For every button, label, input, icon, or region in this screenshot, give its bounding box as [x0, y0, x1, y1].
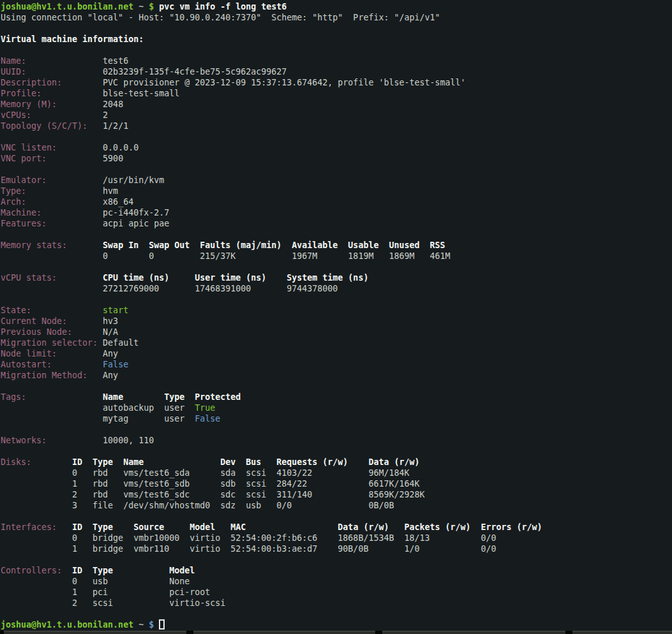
- terminal-text: N/A: [103, 327, 118, 337]
- terminal-line: Memory stats: Swap In Swap Out Faults (m…: [1, 240, 672, 251]
- terminal-text-bold: Virtual machine information:: [1, 34, 144, 44]
- field-label: Topology (S/C/T):: [1, 121, 103, 131]
- terminal-line: Tags: Name Type Protected: [1, 392, 672, 402]
- taskbar-button-edge: [4, 631, 186, 634]
- terminal-line: Features: acpi apic pae: [1, 218, 672, 229]
- field-label: Memory (M):: [1, 100, 103, 109]
- field-label: Description:: [1, 78, 103, 87]
- terminal-line: [1, 424, 672, 435]
- terminal-line: Previous Node: N/A: [1, 327, 672, 337]
- terminal-text: 0 0 215/37K 1967M 1819M 1869M 461M: [1, 251, 450, 261]
- terminal-line: State: start: [1, 305, 672, 316]
- field-label: UUID:: [1, 67, 103, 77]
- terminal-line: Node limit: Any: [1, 348, 672, 359]
- terminal-line: Description: PVC provisioner @ 2023-12-0…: [1, 77, 672, 88]
- terminal-line: [1, 511, 672, 522]
- terminal-line: joshua@hv1.t.u.bonilan.net ~ $ pvc vm in…: [1, 1, 672, 12]
- terminal-text: 1 rbd vms/test6_sdb sdb scsi 284/22 6617…: [1, 479, 419, 489]
- terminal-line: 3 file /dev/shm/vhostmd0 sdz usb 0/0 0B/…: [1, 500, 672, 511]
- terminal-text: x86_64: [103, 197, 133, 207]
- terminal-text: 2048: [103, 100, 123, 109]
- terminal-text: 2 rbd vms/test6_sdc sdc scsi 311/140 856…: [1, 490, 424, 499]
- terminal-line: [1, 229, 672, 240]
- terminal-text: Using connection "local" - Host: "10.90.…: [1, 13, 440, 22]
- terminal-line: Migration selector: Default: [1, 337, 672, 348]
- field-label: Memory stats:: [1, 240, 103, 250]
- terminal-cursor: [159, 619, 165, 630]
- terminal-line: Interfaces: ID Type Source Model MAC Dat…: [1, 522, 672, 533]
- field-label: Node limit:: [1, 349, 103, 358]
- terminal-line: Machine: pc-i440fx-2.7: [1, 207, 672, 218]
- field-label: vCPUs:: [1, 110, 103, 120]
- prompt-text: joshua@hv1.t.u.bonilan.net: [1, 2, 133, 11]
- terminal-line: 1 bridge vmbr110 virtio 52:54:00:b3:ae:d…: [1, 543, 672, 554]
- terminal-line: vCPUs: 2: [1, 110, 672, 121]
- field-label: Controllers:: [1, 566, 72, 575]
- field-label: VNC listen:: [1, 143, 103, 152]
- field-label: Disks:: [1, 457, 72, 467]
- terminal-text: ~: [133, 620, 149, 630]
- terminal-window[interactable]: joshua@hv1.t.u.bonilan.net ~ $ pvc vm in…: [0, 0, 672, 631]
- terminal-line: Current Node: hv3: [1, 316, 672, 327]
- terminal-text: 0 bridge vmbr10000 virtio 52:54:00:2f:b6…: [1, 533, 497, 543]
- taskbar-button-edge: [193, 631, 375, 634]
- terminal-line: 27212769000 17468391000 9744378000: [1, 283, 672, 294]
- field-label: Current Node:: [1, 316, 103, 326]
- terminal-line: 1 rbd vms/test6_sdb sdb scsi 284/22 6617…: [1, 478, 672, 489]
- terminal-line: VNC listen: 0.0.0.0: [1, 142, 672, 153]
- field-label: Machine:: [1, 208, 103, 217]
- field-label: VNC port:: [1, 154, 103, 163]
- terminal-line: Controllers: ID Type Model: [1, 565, 672, 576]
- terminal-text: 5900: [103, 154, 123, 163]
- taskbar-button-edge: [572, 631, 672, 634]
- terminal-text: hvm: [103, 186, 118, 196]
- terminal-text: 2: [103, 110, 108, 120]
- terminal-text: pc-i440fx-2.7: [103, 208, 169, 217]
- terminal-text: blse-test-small: [103, 89, 179, 98]
- terminal-line: Autostart: False: [1, 359, 672, 370]
- terminal-text: acpi apic pae: [103, 219, 169, 228]
- field-label: Autostart:: [1, 360, 103, 369]
- terminal-line: Name: test6: [1, 55, 672, 66]
- field-label: Name:: [1, 56, 103, 66]
- prompt-symbol: $: [149, 620, 159, 630]
- status-text-blue: False: [195, 414, 220, 424]
- terminal-line: Networks: 10000, 110: [1, 435, 672, 446]
- terminal-line: Migration Method: Any: [1, 370, 672, 381]
- terminal-line: 0 bridge vmbr10000 virtio 52:54:00:2f:b6…: [1, 533, 672, 543]
- field-label: Migration selector:: [1, 338, 103, 348]
- field-label: Tags:: [1, 392, 103, 402]
- terminal-text-bold: pvc vm info -f long test6: [159, 2, 287, 11]
- field-label: Networks:: [1, 436, 103, 445]
- terminal-text: 0 usb None: [1, 577, 190, 586]
- terminal-line: Virtual machine information:: [1, 34, 672, 45]
- terminal-text: 0 rbd vms/test6_sda sda scsi 4103/22 96M…: [1, 468, 409, 478]
- terminal-line: vCPU stats: CPU time (ns) User time (ns)…: [1, 272, 672, 283]
- terminal-line: Disks: ID Type Name Dev Bus Requests (r/…: [1, 457, 672, 468]
- terminal-text: 0.0.0.0: [103, 143, 138, 152]
- terminal-text-bold: Swap In Swap Out Faults (maj/min) Availa…: [103, 240, 445, 250]
- terminal-text: 10000, 110: [103, 436, 154, 445]
- terminal-line: Arch: x86_64: [1, 196, 672, 207]
- terminal-line: Using connection "local" - Host: "10.90.…: [1, 12, 672, 23]
- terminal-line: [1, 164, 672, 175]
- status-text-green: True: [195, 403, 215, 413]
- terminal-line: [1, 131, 672, 142]
- terminal-text: /usr/bin/kvm: [103, 175, 164, 185]
- field-label: Profile:: [1, 89, 103, 98]
- terminal-line: 2 rbd vms/test6_sdc sdc scsi 311/140 856…: [1, 489, 672, 500]
- terminal-line: joshua@hv1.t.u.bonilan.net ~ $: [1, 619, 672, 630]
- terminal-line: [1, 608, 672, 619]
- field-label: Features:: [1, 219, 103, 228]
- terminal-text: 27212769000 17468391000 9744378000: [1, 284, 338, 293]
- field-label: State:: [1, 306, 103, 315]
- terminal-line: [1, 294, 672, 305]
- terminal-line: Emulator: /usr/bin/kvm: [1, 175, 672, 186]
- terminal-line: 0 rbd vms/test6_sda sda scsi 4103/22 96M…: [1, 468, 672, 478]
- terminal-text-bold: ID Type Name Dev Bus Requests (r/w) Data…: [72, 457, 419, 467]
- terminal-text: PVC provisioner @ 2023-12-09 15:37:13.67…: [103, 78, 465, 87]
- terminal-text: Any: [103, 349, 118, 358]
- terminal-line: 1 pci pci-root: [1, 587, 672, 598]
- terminal-line: mytag user False: [1, 413, 672, 424]
- terminal-text: Any: [103, 371, 118, 380]
